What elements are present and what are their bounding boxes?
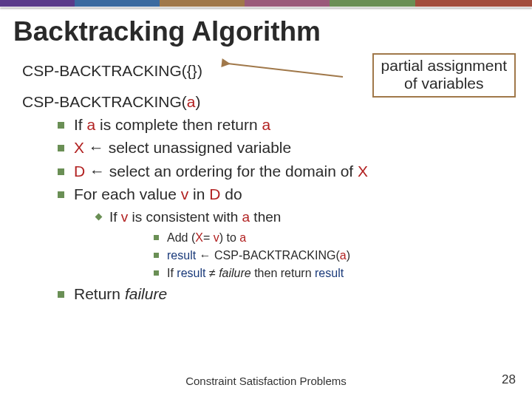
- algorithm-steps: If a is complete then return a X ← selec…: [22, 115, 510, 304]
- callout-line2: of variables: [404, 75, 483, 92]
- fn-close: ): [197, 62, 202, 79]
- page-number: 28: [502, 372, 516, 387]
- svg-line-0: [228, 64, 343, 77]
- fn-arg: a: [187, 93, 196, 110]
- callout-box: partial assignment of variables: [372, 53, 516, 98]
- step-select-var: X ← select unassigned variable: [58, 138, 510, 157]
- inner-steps: If v is consistent with a then Add (X= v…: [74, 208, 510, 281]
- step-add: Add (X= v) to a: [154, 231, 510, 245]
- slide-body: partial assignment of variables CSP-BACK…: [0, 53, 532, 304]
- accent-bar: [0, 0, 532, 7]
- step-if-complete: If a is complete then return a: [58, 115, 510, 134]
- slide-title: Backtracking Algorithm: [0, 7, 532, 53]
- step-select-domain: D ← select an ordering for the domain of…: [58, 162, 510, 181]
- step-return-failure: Return failure: [58, 284, 510, 304]
- fn-name: CSP-BACKTRACKING(: [22, 62, 187, 79]
- fn-close: ): [196, 93, 201, 110]
- step-check-result: If result ≠ failure then return result: [154, 266, 510, 281]
- step-for-each: For each value v in D do If v is consist…: [58, 185, 510, 281]
- callout-line1: partial assignment: [381, 57, 507, 74]
- footer-text: Constraint Satisfaction Problems: [0, 375, 532, 387]
- step-if-consistent: If v is consistent with a then Add (X= v…: [96, 208, 510, 281]
- fn-arg: {}: [187, 62, 197, 79]
- innermost-steps: Add (X= v) to a result ← CSP-BACKTRACKIN…: [109, 231, 510, 281]
- fn-name: CSP-BACKTRACKING(: [22, 93, 187, 110]
- step-recurse: result ← CSP-BACKTRACKING(a): [154, 248, 510, 263]
- callout-arrow: [226, 61, 359, 90]
